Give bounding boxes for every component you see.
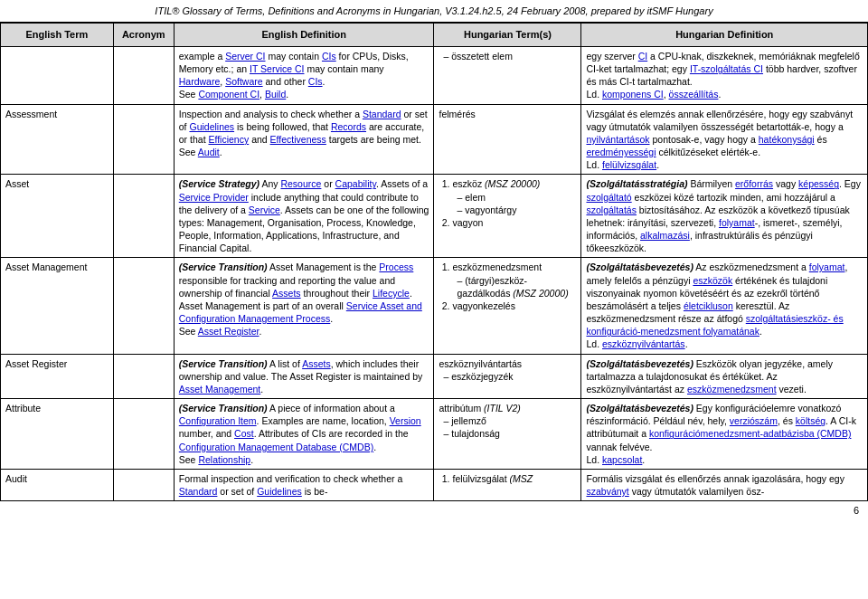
col-header-acronym: Acronym xyxy=(113,24,174,47)
term-cell: Audit xyxy=(1,470,114,501)
term-cell: Attribute xyxy=(1,399,114,470)
english-def-cell: Formal inspection and verification to ch… xyxy=(174,470,434,501)
hungarian-term-cell: eszközmenedzsment (tárgyi)eszköz-gazdálk… xyxy=(434,258,581,354)
page-footer: 6 xyxy=(0,501,868,519)
hungarian-def-cell: (Szolgáltatásbevezetés) Eszközök olyan j… xyxy=(581,354,868,399)
hungarian-term-cell: eszköznyilvántartás eszközjegyzék xyxy=(434,354,581,399)
col-header-hungarian-def: Hungarian Definition xyxy=(581,24,868,47)
col-header-term: English Term xyxy=(1,24,114,47)
term-cell: Asset xyxy=(1,175,114,258)
col-header-english-def: English Definition xyxy=(174,24,434,47)
hungarian-term-cell: felmérés xyxy=(434,104,581,175)
hungarian-term-cell: eszköz (MSZ 20000) elem vagyontárgy vagy… xyxy=(434,175,581,258)
english-def-cell: (Service Transition) A piece of informat… xyxy=(174,399,434,470)
acronym-cell xyxy=(113,104,174,175)
english-def-cell: (Service Transition) A list of Assets, w… xyxy=(174,354,434,399)
term-cell xyxy=(1,46,114,104)
hungarian-def-cell: (Szolgáltatásbevezetés) Az eszközmenedzs… xyxy=(581,258,868,354)
table-row: Assessment Inspection and analysis to ch… xyxy=(1,104,868,175)
english-def-cell: Inspection and analysis to check whether… xyxy=(174,104,434,175)
term-cell: Assessment xyxy=(1,104,114,175)
acronym-cell xyxy=(113,46,174,104)
acronym-cell xyxy=(113,354,174,399)
english-def-cell: example a Server CI may contain CIs for … xyxy=(174,46,434,104)
hungarian-def-cell: (Szolgáltatásstratégia) Bármilyen erőfor… xyxy=(581,175,868,258)
table-row: example a Server CI may contain CIs for … xyxy=(1,46,868,104)
english-def-cell: (Service Strategy) Any Resource or Capab… xyxy=(174,175,434,258)
table-row: Asset Management (Service Transition) As… xyxy=(1,258,868,354)
page-number: 6 xyxy=(854,505,859,516)
table-row: Attribute (Service Transition) A piece o… xyxy=(1,399,868,470)
hungarian-term-cell: felülvizsgálat (MSZ xyxy=(434,470,581,501)
term-cell: Asset Management xyxy=(1,258,114,354)
acronym-cell xyxy=(113,258,174,354)
english-def-cell: (Service Transition) Asset Management is… xyxy=(174,258,434,354)
hungarian-def-cell: Vizsgálat és elemzés annak ellenőrzésére… xyxy=(581,104,868,175)
table-row: Asset (Service Strategy) Any Resource or… xyxy=(1,175,868,258)
hungarian-def-cell: Formális vizsgálat és ellenőrzés annak i… xyxy=(581,470,868,501)
table-row: Asset Register (Service Transition) A li… xyxy=(1,354,868,399)
page-header: ITIL® Glossary of Terms, Definitions and… xyxy=(0,0,868,23)
col-header-hungarian-term: Hungarian Term(s) xyxy=(434,24,581,47)
hungarian-def-cell: (Szolgáltatásbevezetés) Egy konfiguráció… xyxy=(581,399,868,470)
acronym-cell xyxy=(113,175,174,258)
hungarian-def-cell: egy szerver CI a CPU-knak, diszkeknek, m… xyxy=(581,46,868,104)
table-row: Audit Formal inspection and verification… xyxy=(1,470,868,501)
term-cell: Asset Register xyxy=(1,354,114,399)
hungarian-term-cell: összetett elem xyxy=(434,46,581,104)
acronym-cell xyxy=(113,470,174,501)
hungarian-term-cell: attribútum (ITIL V2) jellemző tulajdonsá… xyxy=(434,399,581,470)
acronym-cell xyxy=(113,399,174,470)
